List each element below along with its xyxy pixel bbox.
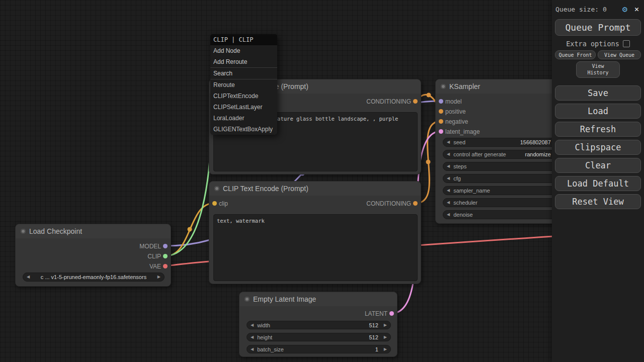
decrement-arrow-icon[interactable]: ◀	[443, 198, 453, 207]
seed-widget[interactable]: ◀ seed 1566802087 ▶	[443, 138, 564, 147]
input-slot-clip[interactable]: clip	[209, 200, 228, 208]
output-slot-clip[interactable]: CLIP	[147, 252, 171, 260]
widget-label: scheduler	[453, 200, 477, 206]
node-title: CLIP Text Encode (Prompt)	[223, 185, 308, 193]
context-menu-header: CLIP | CLIP	[210, 34, 277, 45]
output-slot-conditioning[interactable]: CONDITIONING	[366, 200, 421, 208]
input-slot-negative[interactable]: negative	[436, 118, 468, 126]
scheduler-widget[interactable]: ◀ scheduler ▶	[443, 198, 564, 207]
node-ksampler[interactable]: KSampler model positive negative latent_…	[435, 79, 558, 224]
node-title-bar[interactable]: Load Checkpoint	[16, 224, 171, 238]
menu-item-loraloader[interactable]: LoraLoader	[210, 113, 277, 124]
input-slot-latent-image[interactable]: latent_image	[436, 128, 480, 136]
decrement-arrow-icon[interactable]: ◀	[443, 174, 453, 183]
widget-value: 1566802087	[520, 139, 553, 145]
slot-dot-model[interactable]	[439, 99, 443, 104]
decrement-arrow-icon[interactable]: ◀	[443, 210, 453, 219]
node-title: KSampler	[449, 82, 480, 90]
node-clip-text-encode-negative[interactable]: CLIP Text Encode (Prompt) clip CONDITION…	[209, 181, 421, 284]
slot-dot-model[interactable]	[163, 244, 168, 248]
queue-size-label: Queue size: 0	[555, 6, 607, 13]
increment-arrow-icon[interactable]: ▶	[380, 333, 390, 341]
link-midpoint-dot-clip	[188, 227, 192, 232]
collapse-dot-icon[interactable]	[21, 229, 26, 234]
menu-item-gligentextboxapply[interactable]: GLIGENTextBoxApply	[210, 124, 277, 135]
settings-gear-icon[interactable]: ⚙	[622, 4, 627, 14]
input-slot-model[interactable]: model	[436, 98, 462, 106]
node-load-checkpoint[interactable]: Load Checkpoint MODEL CLIP VAE ◀ c ... v…	[15, 224, 171, 287]
widget-label: batch_size	[257, 346, 284, 352]
decrement-arrow-icon[interactable]: ◀	[443, 186, 453, 195]
slot-label: latent_image	[445, 128, 480, 135]
output-slot-model[interactable]: MODEL	[139, 242, 171, 250]
sampler-name-widget[interactable]: ◀ sampler_name ▶	[443, 186, 564, 195]
decrement-arrow-icon[interactable]: ◀	[443, 150, 453, 159]
collapse-dot-icon[interactable]	[441, 84, 446, 89]
input-slot-positive[interactable]: positive	[436, 108, 466, 116]
clipspace-button[interactable]: Clipspace	[555, 140, 641, 155]
ckpt-name-combo[interactable]: ◀ c ... v1-5-pruned-emaonly-fp16.safeten…	[23, 273, 165, 282]
height-widget[interactable]: ◀ height 512 ▶	[247, 333, 391, 341]
cfg-widget[interactable]: ◀ cfg ▶	[443, 174, 564, 183]
close-icon[interactable]: ✕	[634, 5, 639, 14]
increment-arrow-icon[interactable]: ▶	[380, 321, 390, 329]
collapse-dot-icon[interactable]	[245, 297, 250, 302]
widget-label: control after generate	[453, 151, 506, 157]
view-history-button[interactable]: View History	[576, 61, 620, 78]
queue-prompt-button[interactable]: Queue Prompt	[555, 19, 641, 36]
link-midpoint-dot-negative	[426, 160, 431, 164]
slot-dot-positive[interactable]	[439, 109, 443, 114]
denoise-widget[interactable]: ◀ denoise ▶	[443, 210, 564, 219]
load-default-button[interactable]: Load Default	[555, 176, 641, 191]
menu-search-input[interactable]: Search	[210, 67, 277, 79]
combo-left-arrow-icon[interactable]: ◀	[23, 273, 33, 282]
menu-item-clipsetlastlayer[interactable]: CLIPSetLastLayer	[210, 102, 277, 113]
node-empty-latent-image[interactable]: Empty Latent Image LATENT ◀ width 512 ▶ …	[239, 292, 397, 357]
context-menu: CLIP | CLIP Add Node Add Reroute Search …	[210, 34, 277, 135]
output-slot-conditioning[interactable]: CONDITIONING	[366, 98, 421, 106]
node-title-bar[interactable]: Empty Latent Image	[239, 292, 397, 306]
width-widget[interactable]: ◀ width 512 ▶	[247, 321, 391, 329]
batch-size-widget[interactable]: ◀ batch_size 1 ▶	[247, 345, 391, 353]
slot-dot-conditioning[interactable]	[413, 201, 418, 206]
refresh-button[interactable]: Refresh	[555, 122, 641, 137]
view-queue-button[interactable]: View Queue	[598, 50, 641, 59]
menu-item-add-node[interactable]: Add Node	[210, 45, 277, 56]
decrement-arrow-icon[interactable]: ◀	[247, 321, 257, 329]
menu-item-cliptextencode[interactable]: CLIPTextEncode	[210, 90, 277, 102]
output-slot-latent[interactable]: LATENT	[365, 310, 397, 318]
decrement-arrow-icon[interactable]: ◀	[443, 162, 453, 171]
slot-dot-latent-image[interactable]	[439, 129, 443, 134]
queue-front-button[interactable]: Queue Front	[555, 50, 596, 59]
prompt-textarea[interactable]: text, watermark	[213, 214, 418, 281]
slot-dot-clip[interactable]	[163, 254, 168, 258]
steps-widget[interactable]: ◀ steps ▶	[443, 162, 564, 171]
widget-label: seed	[453, 139, 465, 145]
reset-view-button[interactable]: Reset View	[555, 194, 641, 209]
slot-dot-negative[interactable]	[439, 119, 443, 124]
decrement-arrow-icon[interactable]: ◀	[247, 333, 257, 341]
node-title-bar[interactable]: CLIP Text Encode (Prompt)	[209, 182, 421, 196]
widget-value: 1	[375, 346, 380, 352]
menu-item-reroute[interactable]: Reroute	[210, 79, 277, 90]
save-button[interactable]: Save	[555, 85, 641, 101]
node-title-bar[interactable]: KSampler	[436, 79, 558, 94]
clear-button[interactable]: Clear	[555, 158, 641, 173]
decrement-arrow-icon[interactable]: ◀	[443, 138, 453, 147]
slot-dot-conditioning[interactable]	[413, 99, 418, 104]
slot-dot-latent[interactable]	[389, 311, 394, 316]
slot-label: CONDITIONING	[366, 200, 411, 207]
output-slot-vae[interactable]: VAE	[149, 262, 171, 270]
increment-arrow-icon[interactable]: ▶	[380, 345, 390, 353]
decrement-arrow-icon[interactable]: ◀	[247, 345, 257, 353]
control-after-generate-widget[interactable]: ◀ control after generate randomize ▶	[443, 150, 564, 159]
load-button[interactable]: Load	[555, 104, 641, 119]
slot-dot-vae[interactable]	[163, 264, 168, 268]
slot-label: LATENT	[365, 310, 387, 317]
node-graph-canvas[interactable]: CLIP Text Encode (Prompt) clip CONDITION…	[0, 0, 644, 362]
extra-options-checkbox[interactable]	[623, 40, 630, 47]
combo-right-arrow-icon[interactable]: ▶	[154, 273, 164, 282]
menu-item-add-reroute[interactable]: Add Reroute	[210, 56, 277, 67]
slot-dot-clip[interactable]	[212, 201, 217, 206]
collapse-dot-icon[interactable]	[214, 186, 219, 191]
